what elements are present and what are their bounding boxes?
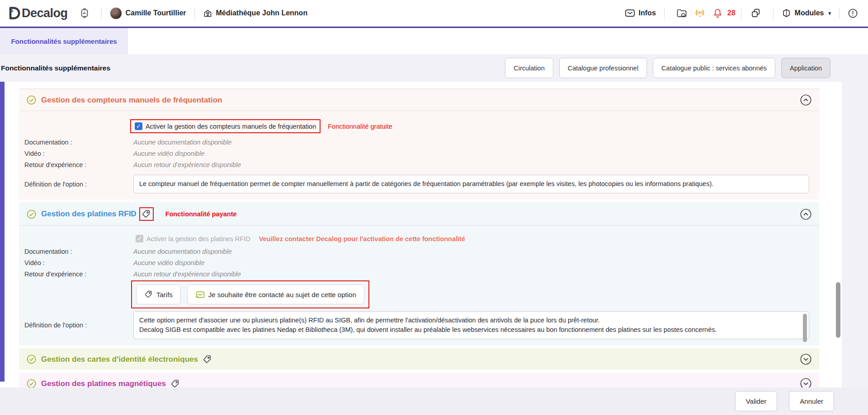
section-body: ✓ Activer la gestion des platines RFID V… — [19, 226, 819, 345]
feedback-label: Retour d'expérience : — [24, 161, 133, 168]
section-header: Gestion des cartes d'identité électroniq… — [19, 348, 819, 370]
category-buttons: Circulation Catalogue professionnel Cata… — [505, 58, 830, 78]
top-header: Decalog Camille Tourtillier Médiathèque … — [0, 0, 868, 27]
decalog-logo[interactable]: Decalog — [8, 6, 68, 20]
documentation-value: Aucune documentation disponible — [133, 139, 232, 146]
library-home-icon — [203, 9, 212, 18]
documentation-value: Aucune documentation disponible — [133, 248, 232, 255]
footer-actions: Valider Annuler — [0, 387, 868, 415]
video-label: Vidéo : — [24, 259, 133, 266]
category-button-application[interactable]: Application — [781, 58, 830, 78]
cancel-button[interactable]: Annuler — [789, 391, 834, 411]
collapse-section-button[interactable] — [800, 208, 812, 220]
about-info-icon[interactable] — [848, 8, 858, 19]
user-name: Camille Tourtillier — [126, 9, 186, 17]
feedback-value: Aucun retour d'expérience disponible — [133, 270, 241, 278]
broadcast-icon[interactable] — [694, 8, 705, 19]
contact-decalog-note: Veuillez contacter Decalog pour l'activa… — [259, 235, 465, 242]
definition-textbox[interactable]: Cette option permet d'associer une ou pl… — [133, 311, 809, 339]
decalog-logo-icon — [8, 6, 21, 20]
activation-row: ✓ Activer la gestion des platines RFID V… — [136, 235, 819, 242]
main-content: Gestion des compteurs manuels de fréquen… — [0, 82, 868, 415]
activation-checkbox-disabled: ✓ — [136, 235, 143, 242]
header-separator — [194, 7, 195, 19]
section-title: Gestion des compteurs manuels de fréquen… — [41, 96, 222, 105]
device-icon[interactable] — [80, 8, 90, 19]
circle-check-icon — [26, 354, 37, 364]
feature-sections: Gestion des compteurs manuels de fréquen… — [19, 89, 819, 397]
price-tag-icon — [144, 290, 153, 299]
modules-cube-icon — [782, 8, 791, 18]
video-row: Vidéo : Aucune vidéo disponible — [19, 259, 819, 266]
category-button-catalogue-professionnel[interactable]: Catalogue professionnel — [559, 58, 647, 78]
page-title: Fonctionnalités supplémentaires — [1, 64, 110, 72]
modules-label: Modules — [795, 9, 824, 17]
feedback-row: Retour d'expérience : Aucun retour d'exp… — [19, 270, 819, 278]
header-separator — [741, 7, 741, 19]
section-compteurs-manuels: Gestion des compteurs manuels de fréquen… — [19, 89, 819, 200]
price-tag-icon — [203, 354, 212, 364]
header-separator — [101, 7, 102, 19]
annotation-red-box: ✓ Activer la gestion des compteurs manue… — [130, 119, 321, 133]
definition-text-line1: Cette option permet d'associer une ou pl… — [139, 316, 799, 325]
chevron-down-icon: ▾ — [828, 10, 831, 16]
feedback-row: Retour d'expérience : Aucun retour d'exp… — [19, 161, 819, 168]
link-apps-icon[interactable] — [750, 8, 761, 19]
video-row: Vidéo : Aucune vidéo disponible — [19, 150, 819, 157]
collapse-section-button[interactable] — [800, 94, 812, 106]
page-header: Fonctionnalités supplémentaires Circulat… — [0, 54, 868, 82]
section-title: Gestion des platines magnétiques — [41, 379, 166, 388]
tab-label: Fonctionnalités supplémentaires — [11, 37, 117, 45]
section-title: Gestion des cartes d'identité électroniq… — [41, 355, 198, 364]
section-body: ✓ Activer la gestion des compteurs manue… — [19, 111, 819, 200]
definition-label: Définition de l'option : — [24, 181, 133, 188]
header-separator — [773, 7, 774, 19]
mail-icon — [625, 9, 635, 18]
category-button-circulation[interactable]: Circulation — [505, 58, 553, 78]
notifications-bell-icon[interactable] — [712, 8, 723, 19]
pricing-note: Fonctionnalité payante — [165, 210, 237, 218]
section-header: Gestion des platines RFID Fonctionnalité… — [19, 202, 819, 226]
infos-button[interactable]: Infos — [625, 9, 656, 18]
annotation-red-box: Tarifs Je souhaite être contacté au suj — [131, 280, 369, 308]
tarifs-button-label: Tarifs — [156, 291, 173, 298]
left-accent-bar — [0, 82, 5, 382]
right-gutter — [842, 82, 868, 415]
textbox-scrollbar[interactable] — [803, 314, 807, 342]
header-separator — [664, 7, 665, 19]
section-header: Gestion des compteurs manuels de fréquen… — [19, 89, 819, 111]
contact-button-label: Je souhaite être contacté au sujet de ce… — [208, 291, 356, 298]
feedback-label: Retour d'expérience : — [24, 270, 133, 278]
validate-button[interactable]: Valider — [735, 391, 778, 411]
library-selector[interactable]: Médiathèque John Lennon — [203, 9, 308, 18]
pricing-note: Fonctionnalité gratuite — [328, 123, 392, 130]
contact-request-button[interactable]: Je souhaite être contacté au sujet de ce… — [187, 284, 364, 304]
activation-checkbox[interactable]: ✓ — [135, 122, 142, 130]
expand-section-button[interactable] — [800, 353, 812, 365]
folder-sync-icon[interactable] — [676, 8, 687, 18]
video-value: Aucune vidéo disponible — [133, 259, 204, 266]
definition-row: Définition de l'option : Le compteur man… — [19, 175, 819, 193]
library-name: Médiathèque John Lennon — [216, 9, 308, 17]
documentation-label: Documentation : — [24, 139, 133, 146]
video-value: Aucune vidéo disponible — [133, 150, 204, 157]
video-label: Vidéo : — [24, 150, 133, 157]
notification-count: 28 — [727, 9, 736, 17]
circle-check-icon — [26, 95, 37, 105]
tab-fonctionnalites-supplementaires[interactable]: Fonctionnalités supplémentaires — [0, 28, 128, 54]
page-scrollbar[interactable] — [836, 282, 840, 338]
activation-checkbox-label: Activer la gestion des compteurs manuels… — [146, 123, 316, 130]
documentation-row: Documentation : Aucune documentation dis… — [19, 248, 819, 255]
user-menu[interactable]: Camille Tourtillier — [110, 7, 186, 19]
section-cartes-identite: Gestion des cartes d'identité électroniq… — [19, 348, 819, 370]
definition-textbox[interactable]: Le compteur manuel de fréquentation perm… — [133, 175, 809, 193]
tarifs-button[interactable]: Tarifs — [136, 284, 181, 304]
annotation-red-box — [139, 207, 154, 221]
definition-row: Définition de l'option : Cette option pe… — [19, 311, 819, 339]
documentation-label: Documentation : — [24, 248, 133, 255]
tab-bar: Fonctionnalités supplémentaires — [0, 27, 868, 54]
category-button-catalogue-public[interactable]: Catalogue public : services abonnés — [653, 58, 775, 78]
modules-menu[interactable]: Modules ▾ — [782, 8, 831, 18]
logo-text: Decalog — [22, 6, 68, 20]
activation-row: ✓ Activer la gestion des compteurs manue… — [130, 119, 819, 133]
